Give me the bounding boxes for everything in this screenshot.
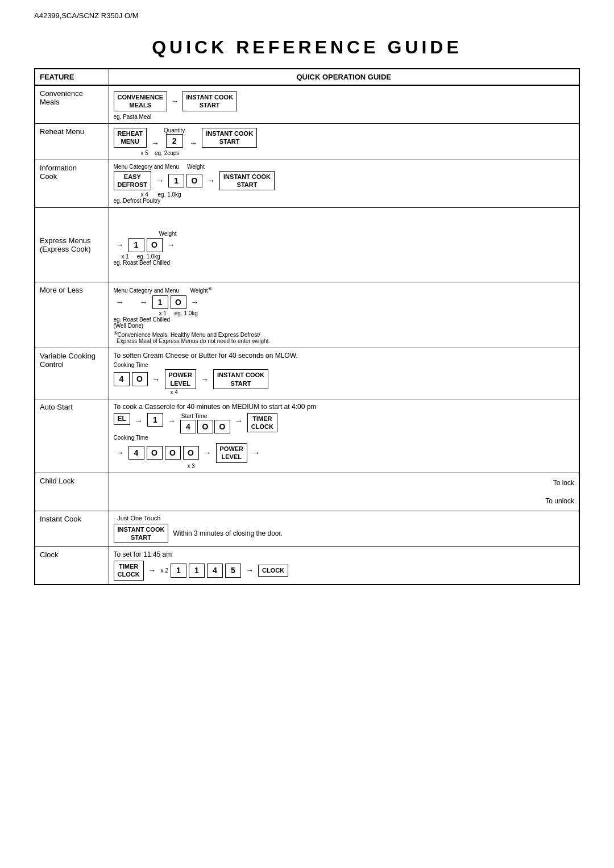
col2-header: QUICK OPERATION GUIDE	[109, 69, 579, 85]
op-auto-start: To cook a Casserole for 40 minutes on ME…	[109, 399, 579, 473]
table-row: Variable CookingControl To soften Cream …	[35, 348, 579, 399]
table-row: Clock To set for 11:45 am TIMERCLOCK → x…	[35, 547, 579, 585]
table-row: Child Lock To lock To unlock	[35, 473, 579, 511]
to-lock-label: To lock	[553, 479, 574, 487]
doc-title: A42399,SCA/SCNZ R350J O/M	[34, 11, 580, 20]
op-info-cook: Menu Category and Menu Weight EASYDEFROS…	[109, 160, 579, 208]
table-row: More or Less Menu Category and Menu Weig…	[35, 282, 579, 348]
feature-instant-cook: Instant Cook	[35, 511, 109, 547]
op-instant-cook: - Just One Touch INSTANT COOKSTART Withi…	[109, 511, 579, 547]
table-row: ConvenienceMeals CONVENIENCEMEALS → INST…	[35, 85, 579, 123]
page-title: QUICK REFERENCE GUIDE	[34, 37, 580, 58]
feature-reheat: Reheat Menu	[35, 123, 109, 160]
feature-convenience: ConvenienceMeals	[35, 85, 109, 123]
table-row: InformationCook Menu Category and Menu W…	[35, 160, 579, 208]
op-clock: To set for 11:45 am TIMERCLOCK → x 2 1 1…	[109, 547, 579, 585]
col1-header: FEATURE	[35, 69, 109, 85]
op-express: Weight → 1 O → x 1 eg. 1.0kg eg. Roast B…	[109, 208, 579, 282]
feature-more-less: More or Less	[35, 282, 109, 348]
to-unlock-label: To unlock	[545, 497, 574, 505]
feature-auto-start: Auto Start	[35, 399, 109, 473]
op-convenience: CONVENIENCEMEALS → INSTANT COOKSTART eg.…	[109, 85, 579, 123]
op-more-less: Menu Category and Menu Weight⑥ → → 1 O →…	[109, 282, 579, 348]
op-child-lock: To lock To unlock	[109, 473, 579, 511]
table-row: Reheat Menu REHEATMENU → Quantity 2 → IN…	[35, 123, 579, 160]
reference-table: FEATURE QUICK OPERATION GUIDE Convenienc…	[34, 68, 580, 585]
op-reheat: REHEATMENU → Quantity 2 → INSTANT COOKST…	[109, 123, 579, 160]
feature-info-cook: InformationCook	[35, 160, 109, 208]
feature-variable: Variable CookingControl	[35, 348, 109, 399]
feature-clock: Clock	[35, 547, 109, 585]
feature-express: Express Menus(Express Cook)	[35, 208, 109, 282]
op-variable: To soften Cream Cheese or Butter for 40 …	[109, 348, 579, 399]
feature-child-lock: Child Lock	[35, 473, 109, 511]
table-row: Express Menus(Express Cook) Weight → 1 O…	[35, 208, 579, 282]
table-row: Instant Cook - Just One Touch INSTANT CO…	[35, 511, 579, 547]
table-row: Auto Start To cook a Casserole for 40 mi…	[35, 399, 579, 473]
